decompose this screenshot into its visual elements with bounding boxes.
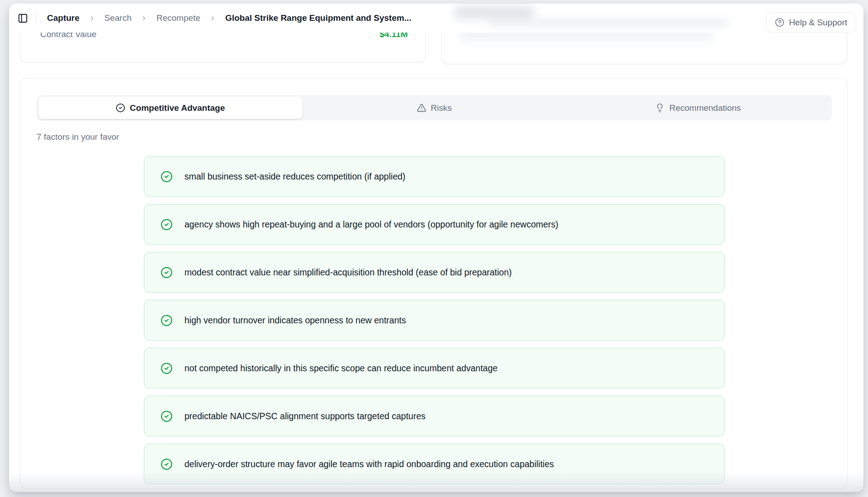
top-header: Capture Search Recompete Global Strike R… bbox=[9, 4, 863, 33]
chevron-right-icon bbox=[89, 15, 95, 22]
factor-text: high vendor turnover indicates openness … bbox=[184, 315, 406, 326]
tab-label: Recommendations bbox=[669, 103, 741, 113]
factor-text: predictable NAICS/PSC alignment supports… bbox=[184, 411, 425, 421]
circle-check-icon bbox=[160, 314, 173, 327]
factor-item: small business set-aside reduces competi… bbox=[144, 156, 725, 197]
factors-subtitle: 7 factors in your favor bbox=[37, 132, 119, 142]
breadcrumb-item-capture[interactable]: Capture bbox=[47, 13, 80, 23]
chevron-right-icon bbox=[209, 15, 216, 22]
app-surface: Contract Value $4.11M Competitive Advant… bbox=[9, 4, 863, 492]
factor-item: modest contract value near simplified-ac… bbox=[144, 252, 725, 293]
factor-text: modest contract value near simplified-ac… bbox=[184, 267, 512, 278]
insights-card: Competitive Advantage Risks Recommendati… bbox=[20, 78, 848, 489]
tab-risks[interactable]: Risks bbox=[302, 97, 566, 119]
help-support-label: Help & Support bbox=[789, 18, 847, 28]
factor-text: small business set-aside reduces competi… bbox=[184, 171, 406, 182]
redacted-blur bbox=[454, 6, 533, 19]
factor-text: not competed historically in this specif… bbox=[184, 363, 498, 374]
triangle-alert-icon bbox=[417, 103, 426, 113]
breadcrumb-item-recompete[interactable]: Recompete bbox=[156, 13, 200, 23]
circle-check-icon bbox=[160, 410, 173, 422]
circle-check-icon bbox=[160, 218, 173, 231]
tab-label: Competitive Advantage bbox=[130, 103, 225, 113]
breadcrumb-item-search[interactable]: Search bbox=[104, 13, 132, 23]
lightbulb-icon bbox=[655, 103, 665, 113]
factor-text: delivery-order structure may favor agile… bbox=[184, 459, 554, 469]
factor-item: not competed historically in this specif… bbox=[144, 348, 725, 388]
factor-item: high vendor turnover indicates openness … bbox=[144, 300, 725, 341]
circle-check-icon bbox=[160, 458, 173, 470]
factor-item: predictable NAICS/PSC alignment supports… bbox=[144, 396, 725, 436]
sidebar-toggle-button[interactable] bbox=[14, 10, 31, 26]
circle-check-icon bbox=[160, 362, 173, 374]
circle-check-icon bbox=[116, 103, 125, 113]
header-divider bbox=[36, 12, 37, 24]
tab-recommendations[interactable]: Recommendations bbox=[566, 97, 830, 119]
breadcrumb: Capture Search Recompete Global Strike R… bbox=[47, 4, 411, 33]
factor-text: agency shows high repeat-buying and a la… bbox=[184, 219, 558, 230]
factor-item: delivery-order structure may favor agile… bbox=[144, 444, 725, 484]
help-support-button[interactable]: Help & Support bbox=[766, 12, 856, 33]
factors-list: small business set-aside reduces competi… bbox=[144, 156, 725, 484]
circle-check-icon bbox=[160, 266, 173, 279]
redacted-blur bbox=[489, 19, 729, 27]
chevron-right-icon bbox=[141, 15, 147, 22]
tab-competitive-advantage[interactable]: Competitive Advantage bbox=[38, 97, 302, 119]
panel-left-icon bbox=[18, 13, 28, 24]
circle-help-icon bbox=[775, 18, 784, 27]
factor-item: agency shows high repeat-buying and a la… bbox=[144, 204, 725, 245]
tab-label: Risks bbox=[431, 103, 452, 113]
tab-list: Competitive Advantage Risks Recommendati… bbox=[37, 95, 832, 121]
breadcrumb-item-current: Global Strike Range Equipment and System… bbox=[225, 13, 411, 23]
circle-check-icon bbox=[160, 170, 173, 183]
